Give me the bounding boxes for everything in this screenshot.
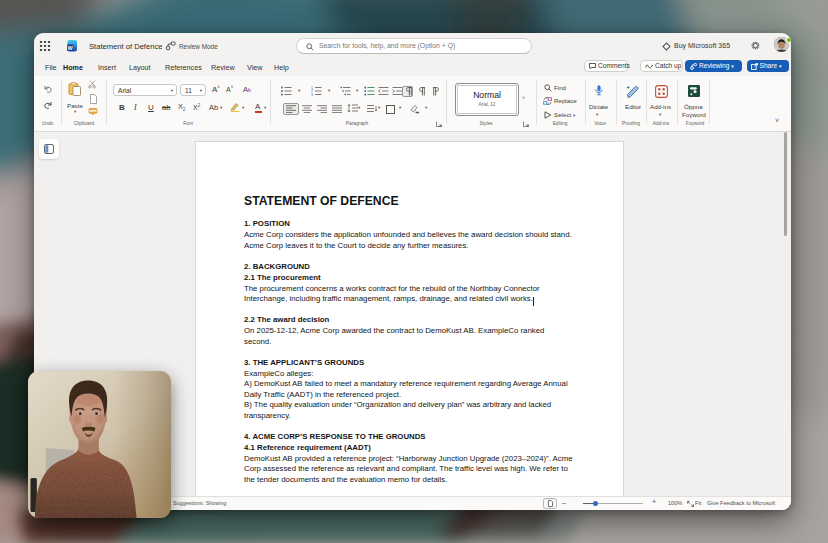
svg-text:3: 3 (311, 93, 313, 96)
svg-text:W: W (68, 45, 74, 51)
